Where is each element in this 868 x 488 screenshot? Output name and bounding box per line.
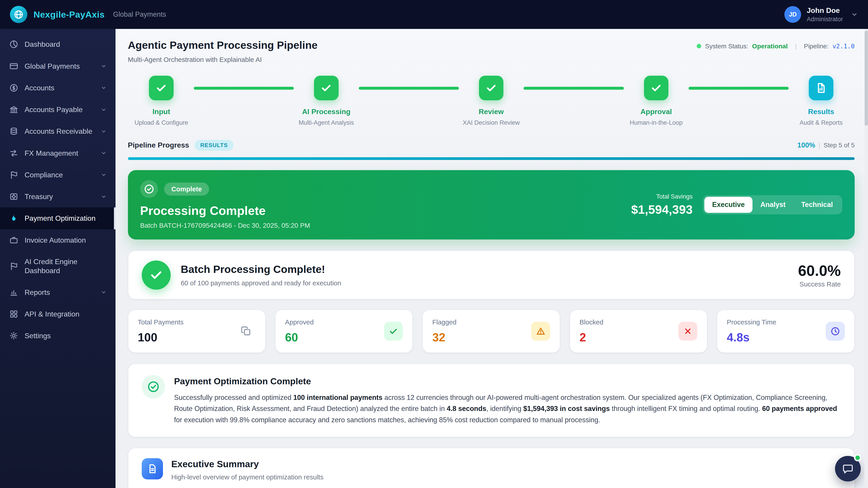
circle-check-icon — [140, 180, 158, 198]
progress-title: Pipeline Progress — [128, 141, 189, 149]
progress-head: Pipeline Progress RESULTS 100% | Step 5 … — [128, 140, 855, 151]
stat-processing-time: Processing Time 4.8s — [717, 310, 855, 353]
step-connector — [688, 87, 789, 90]
page-head-left: Agentic Payment Processing Pipeline Mult… — [128, 39, 318, 64]
processing-complete-banner: Complete Processing Complete Batch BATCH… — [128, 170, 855, 239]
step-connector — [524, 87, 624, 90]
sidebar-item-label: Accounts Receivable — [25, 127, 94, 136]
pipeline-step-approval[interactable]: Approval Human-in-the-Loop — [624, 76, 688, 127]
sidebar-item-global-payments[interactable]: Global Payments — [0, 55, 116, 77]
stat-value: 60 — [285, 330, 314, 344]
warning-triangle-icon — [531, 322, 550, 341]
sidebar-item-reports[interactable]: Reports — [0, 282, 116, 303]
tab-executive[interactable]: Executive — [704, 197, 752, 213]
sidebar-item-settings[interactable]: Settings — [0, 325, 116, 347]
sidebar: Dashboard Global Payments Accounts Accou… — [0, 29, 116, 488]
chevron-down-icon — [101, 194, 107, 200]
executive-summary-title: Executive Summary — [171, 459, 323, 469]
step-label: Review — [479, 107, 504, 116]
sidebar-item-label: AI Credit Engine Dashboard — [25, 257, 107, 275]
chevron-down-icon — [101, 289, 107, 295]
chat-fab-button[interactable] — [835, 456, 861, 482]
optimization-content: Payment Optimization Complete Successful… — [174, 375, 841, 425]
credit-card-icon — [9, 61, 19, 71]
sidebar-item-ai-credit-engine[interactable]: AI Credit Engine Dashboard — [0, 251, 116, 282]
sidebar-item-compliance[interactable]: Compliance — [0, 164, 116, 186]
stat-text: Flagged 32 — [432, 318, 456, 344]
stats-row: Total Payments 100 Approved 60 Flagg — [128, 310, 855, 353]
system-status-value: Operational — [752, 42, 788, 50]
batch-summary-text: Batch Processing Complete! 60 of 100 pay… — [181, 263, 341, 287]
file-report-icon — [809, 76, 833, 100]
check-icon — [384, 322, 403, 341]
chevron-down-icon — [101, 128, 107, 134]
tab-analyst[interactable]: Analyst — [752, 197, 794, 213]
sidebar-item-accounts[interactable]: Accounts — [0, 77, 116, 99]
chevron-down-icon — [101, 63, 107, 69]
exchange-arrows-icon — [9, 149, 19, 158]
topbar: Nexgile-PayAxis Global Payments JD John … — [0, 0, 868, 29]
circle-check-icon — [142, 375, 165, 398]
stat-label: Blocked — [580, 318, 603, 326]
executive-summary-card: Executive Summary High-level overview of… — [128, 448, 855, 488]
user-role: Administrator — [807, 15, 843, 23]
success-rate-value: 60.0% — [798, 262, 841, 279]
page-head: Agentic Payment Processing Pipeline Mult… — [128, 39, 855, 64]
coins-icon — [9, 127, 19, 136]
pie-chart-icon — [9, 39, 19, 49]
user-menu[interactable]: JD John Doe Administrator — [784, 6, 858, 23]
x-icon — [678, 322, 698, 341]
step-label: Input — [152, 107, 170, 116]
step-sublabel: Human-in-the-Loop — [630, 119, 683, 126]
sidebar-item-label: Accounts — [25, 84, 94, 92]
stat-text: Approved 60 — [285, 318, 314, 344]
banner-status-row: Complete — [140, 180, 310, 198]
stat-text: Blocked 2 — [580, 318, 603, 344]
view-tabs: Executive Analyst Technical — [703, 195, 842, 215]
status-badge: Complete — [164, 183, 209, 196]
status-dot-icon — [697, 44, 701, 48]
sidebar-item-fx-management[interactable]: FX Management — [0, 142, 116, 164]
progress-step-text: Step 5 of 5 — [824, 141, 855, 149]
sidebar-item-label: Compliance — [25, 170, 94, 180]
pipeline-step-results[interactable]: Results Audit & Reports — [789, 76, 853, 127]
tab-technical[interactable]: Technical — [794, 197, 841, 213]
batch-summary-title: Batch Processing Complete! — [181, 263, 341, 275]
pipeline-label: Pipeline: — [804, 42, 829, 50]
sidebar-item-payment-optimization[interactable]: Payment Optimization — [0, 207, 116, 229]
scrollbar-thumb[interactable] — [865, 31, 868, 126]
pipeline-version: v2.1.0 — [833, 43, 855, 50]
header-divider: | — [795, 42, 797, 50]
sidebar-item-treasury[interactable]: Treasury — [0, 186, 116, 207]
user-name: John Doe — [807, 6, 843, 15]
sidebar-item-api-integration[interactable]: API & Integration — [0, 303, 116, 325]
sidebar-item-label: Global Payments — [25, 62, 94, 71]
sidebar-item-accounts-payable[interactable]: Accounts Payable — [0, 99, 116, 121]
pipeline-step-review[interactable]: Review XAI Decision Review — [459, 76, 524, 127]
brand[interactable]: Nexgile-PayAxis Global Payments — [10, 6, 166, 23]
app-root: Nexgile-PayAxis Global Payments JD John … — [0, 0, 868, 488]
executive-content: Executive Summary High-level overview of… — [171, 458, 323, 481]
stat-value: 100 — [138, 330, 184, 344]
pipeline-step-input[interactable]: Input Upload & Configure — [129, 76, 193, 127]
batch-summary-subtitle: 60 of 100 payments approved and ready fo… — [181, 279, 341, 287]
sidebar-item-accounts-receivable[interactable]: Accounts Receivable — [0, 121, 116, 142]
page-subtitle: Multi-Agent Orchestration with Explainab… — [128, 56, 318, 64]
banner-batch-info: Batch BATCH-1767095424456 - Dec 30, 2025… — [140, 222, 310, 229]
pipeline-step-ai-processing[interactable]: AI Processing Multi-Agent Analysis — [294, 76, 359, 127]
dollar-circle-icon — [9, 83, 19, 93]
step-sublabel: Multi-Agent Analysis — [299, 119, 354, 126]
stat-text: Total Payments 100 — [138, 318, 184, 344]
scrollbar[interactable] — [865, 29, 868, 488]
grid-icon — [9, 309, 19, 319]
sidebar-item-invoice-automation[interactable]: Invoice Automation — [0, 229, 116, 251]
executive-summary-subtitle: High-level overview of payment optimizat… — [171, 473, 323, 481]
sidebar-item-dashboard[interactable]: Dashboard — [0, 33, 116, 55]
brand-tagline: Global Payments — [113, 10, 166, 19]
stat-value: 32 — [432, 330, 456, 344]
sidebar-item-label: Dashboard — [25, 40, 107, 49]
banner-left: Complete Processing Complete Batch BATCH… — [140, 180, 310, 229]
optimization-title: Payment Optimization Complete — [174, 376, 841, 386]
copy-icon — [237, 322, 256, 341]
stat-value: 2 — [580, 330, 603, 344]
